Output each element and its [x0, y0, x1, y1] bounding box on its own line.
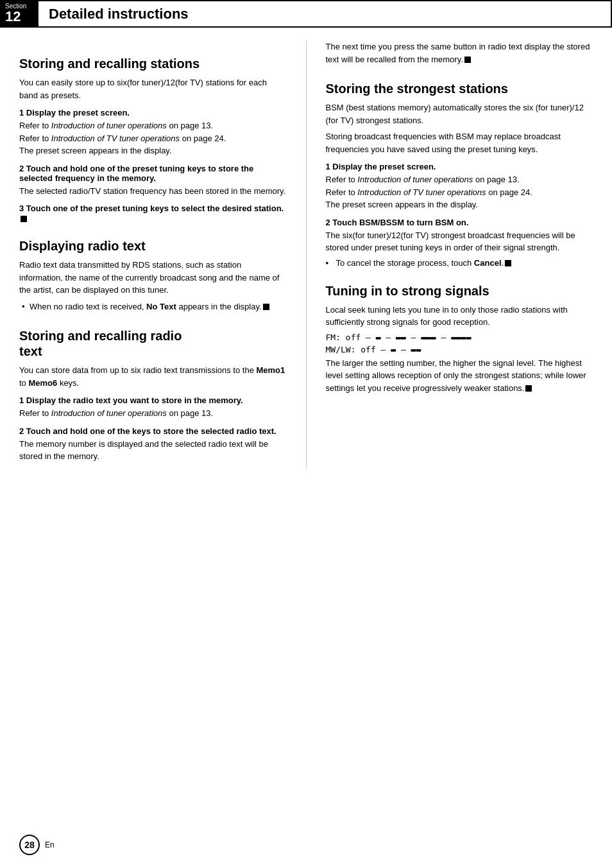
radio-text-step1: 1 Display the radio text you want to sto… — [19, 395, 287, 420]
page-header: Section 12 Detailed instructions — [0, 0, 612, 28]
radio-text-step2-body: The memory number is displayed and the s… — [19, 438, 287, 463]
strongest-step2-body: The six(for tuner)/12(for TV) strongest … — [326, 229, 593, 254]
tuning-strong-title: Tuning in to strong signals — [326, 283, 593, 299]
cancel-line: To cancel the storage process, touch Can… — [326, 258, 593, 268]
main-content: Storing and recalling stations You can e… — [0, 40, 612, 469]
strongest-step2: 2 Touch BSM/BSSM to turn BSM on. The six… — [326, 218, 593, 268]
displaying-radio-text-bullets: When no radio text is received, No Text … — [19, 300, 287, 313]
displaying-radio-text-section: Displaying radio text Radio text data tr… — [19, 238, 287, 313]
page-title: Detailed instructions — [49, 6, 189, 22]
fm-signal-line: FM: off — ▬ — ▬▬ — ▬▬▬ — ▬▬▬▬ — [326, 333, 593, 342]
storing-step1-heading: 1 Display the preset screen. — [19, 108, 287, 117]
storing-step2-body: The selected radio/TV station frequency … — [19, 185, 287, 198]
strongest-stations-title: Storing the strongest stations — [326, 81, 593, 96]
storing-step1-body3: The preset screen appears in the display… — [19, 144, 287, 157]
footer-lang: En — [45, 840, 55, 849]
displaying-radio-text-intro: Radio text data transmitted by RDS stati… — [19, 259, 287, 297]
stop-symbol-3 — [464, 56, 471, 63]
storing-radio-text-title: Storing and recalling radiotext — [19, 328, 287, 359]
header-title-bar: Detailed instructions — [38, 0, 612, 26]
storing-step1-body2: Refer to Introduction of TV tuner operat… — [19, 132, 287, 145]
storing-stations-intro: You can easily store up to six(for tuner… — [19, 76, 287, 101]
tuning-strong-body: The larger the setting number, the highe… — [326, 357, 593, 395]
storing-radio-text-intro: You can store data from up to six radio … — [19, 364, 287, 389]
section-number-box: Section 12 — [0, 0, 38, 26]
tuning-strong-section: Tuning in to strong signals Local seek t… — [326, 283, 593, 395]
strongest-step2-heading: 2 Touch BSM/BSSM to turn BSM on. — [326, 218, 593, 227]
storing-radio-text-section: Storing and recalling radiotext You can … — [19, 328, 287, 463]
storing-step3-heading: 3 Touch one of the preset tuning keys to… — [19, 204, 287, 223]
storing-stations-section: Storing and recalling stations You can e… — [19, 56, 287, 223]
strongest-step1-body3: The preset screen appears in the display… — [326, 198, 593, 211]
storing-step3: 3 Touch one of the preset tuning keys to… — [19, 204, 287, 223]
strongest-step1-heading: 1 Display the preset screen. — [326, 162, 593, 171]
page-footer: 28 En — [19, 835, 55, 855]
displaying-radio-text-bullet1: When no radio text is received, No Text … — [19, 300, 287, 313]
radio-text-step1-heading: 1 Display the radio text you want to sto… — [19, 395, 287, 405]
strongest-step1-body2: Refer to Introduction of TV tuner operat… — [326, 186, 593, 199]
storing-step1: 1 Display the preset screen. Refer to In… — [19, 108, 287, 157]
stop-symbol-2 — [263, 304, 269, 310]
section-number: 12 — [5, 10, 33, 24]
strongest-stations-section: Storing the strongest stations BSM (best… — [326, 81, 593, 268]
strongest-stations-intro2: Storing broadcast frequencies with BSM m… — [326, 130, 593, 155]
storing-step2-heading: 2 Touch and hold one of the preset tunin… — [19, 164, 287, 183]
stop-symbol-4 — [505, 260, 511, 266]
storing-step1-body1: Refer to Introduction of tuner operation… — [19, 119, 287, 132]
displaying-radio-text-title: Displaying radio text — [19, 238, 287, 254]
strongest-stations-intro1: BSM (best stations memory) automatically… — [326, 101, 593, 126]
strongest-step1-body1: Refer to Introduction of tuner operation… — [326, 173, 593, 186]
mwlw-signal-line: MW/LW: off — ▬ — ▬▬ — [326, 345, 593, 354]
tuning-strong-intro: Local seek tuning lets you tune in to on… — [326, 304, 593, 329]
radio-text-step2: 2 Touch and hold one of the keys to stor… — [19, 426, 287, 463]
strongest-step1: 1 Display the preset screen. Refer to In… — [326, 162, 593, 211]
radio-text-step2-heading: 2 Touch and hold one of the keys to stor… — [19, 426, 287, 436]
storing-step2: 2 Touch and hold one of the preset tunin… — [19, 164, 287, 198]
right-top-para: The next time you press the same button … — [326, 40, 593, 65]
stop-symbol-1 — [21, 216, 27, 222]
left-column: Storing and recalling stations You can e… — [19, 40, 307, 469]
right-column: The next time you press the same button … — [307, 40, 593, 469]
storing-stations-title: Storing and recalling stations — [19, 56, 287, 71]
page-number: 28 — [19, 835, 40, 855]
radio-text-step1-body: Refer to Introduction of tuner operation… — [19, 407, 287, 420]
right-top-text: The next time you press the same button … — [326, 40, 593, 65]
stop-symbol-5 — [525, 385, 532, 392]
